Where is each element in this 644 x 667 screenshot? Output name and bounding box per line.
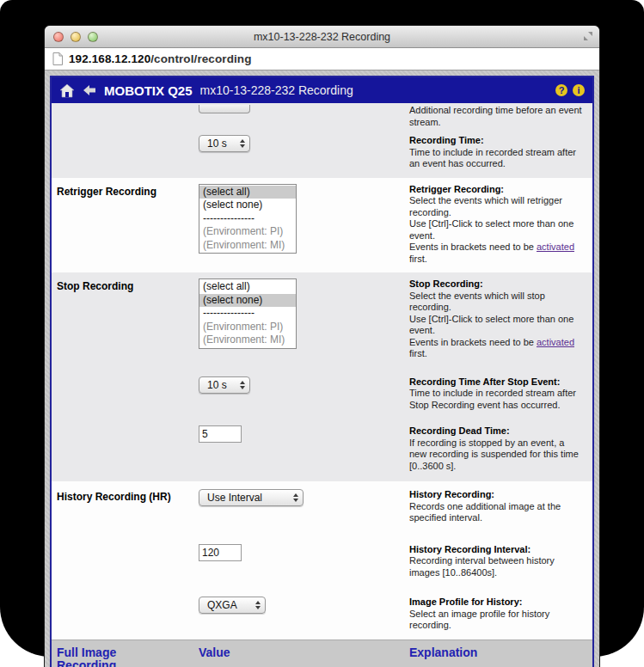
history-recording-explanation: History Recording: Records one additiona… <box>409 489 586 524</box>
traffic-lights <box>53 32 98 42</box>
resize-window-icon[interactable] <box>583 31 593 41</box>
row-stop-recording: Stop Recording (select all) (select none… <box>52 272 592 481</box>
retrigger-events-listbox[interactable]: (select all) (select none) -------------… <box>199 184 297 254</box>
history-mode-select[interactable]: Use Interval <box>199 489 304 506</box>
after-stop-explanation: Recording Time After Stop Event: Time to… <box>409 376 586 412</box>
page-icon <box>52 52 63 65</box>
after-stop-time-select-value: 10 s <box>207 379 227 391</box>
section-title: Full Image Recording <box>57 646 151 667</box>
url-path: /control/recording <box>150 52 251 65</box>
stop-recording-label: Stop Recording <box>57 278 199 292</box>
after-stop-time-select[interactable]: 10 s <box>199 376 250 394</box>
row-retrigger-recording: Retrigger Recording (select all) (select… <box>52 178 592 273</box>
app-header: MOBOTIX Q25 mx10-13-228-232 Recording ? … <box>52 77 592 103</box>
section-value-header: Value <box>199 646 409 667</box>
dead-time-explanation: Recording Dead Time: If recording is sto… <box>409 425 586 472</box>
help-icon[interactable]: ? <box>555 84 567 96</box>
retrigger-recording-explanation: Retrigger Recording: Select the events w… <box>409 184 586 266</box>
recording-time-select-value: 10 s <box>207 138 227 150</box>
listbox-option[interactable]: --------------- <box>199 212 296 226</box>
select-arrows-icon <box>240 381 245 389</box>
retrigger-recording-label: Retrigger Recording <box>57 184 199 198</box>
listbox-option[interactable]: (select all) <box>199 186 296 199</box>
activated-link[interactable]: activated <box>537 242 574 252</box>
history-profile-select-value: QXGA <box>207 599 237 611</box>
window-title: mx10-13-228-232 Recording <box>45 31 599 43</box>
listbox-option[interactable]: (select none) <box>199 199 296 212</box>
dead-time-input[interactable] <box>199 425 242 443</box>
section-explanation-header: Explanation <box>409 646 586 667</box>
select-arrows-icon <box>293 493 298 502</box>
header-buttons: ? i <box>555 84 585 96</box>
recording-time-explanation: Recording Time: Time to include in recor… <box>409 135 586 170</box>
page-background: MOBOTIX Q25 mx10-13-228-232 Recording ? … <box>45 70 599 667</box>
listbox-option[interactable]: --------------- <box>199 307 296 321</box>
address-bar[interactable]: 192.168.12.120/control/recording <box>45 48 599 70</box>
history-recording-label: History Recording (HR) <box>57 489 199 503</box>
clipped-select[interactable] <box>199 105 250 113</box>
close-window-button[interactable] <box>53 32 64 42</box>
brand-label: MOBOTIX Q25 <box>104 83 193 98</box>
listbox-option[interactable]: (Environment: MI) <box>199 334 296 347</box>
select-arrows-icon <box>240 139 245 148</box>
listbox-option[interactable]: (select none) <box>199 294 296 308</box>
row-history-recording: History Recording (HR) Use Interval Hist… <box>52 481 592 639</box>
history-profile-select[interactable]: QXGA <box>199 597 266 614</box>
url-text: 192.168.12.120/control/recording <box>69 52 252 65</box>
info-icon[interactable]: i <box>573 84 585 96</box>
recording-settings-page: MOBOTIX Q25 mx10-13-228-232 Recording ? … <box>50 76 594 667</box>
listbox-option[interactable]: (Environment: MI) <box>199 239 296 253</box>
clipped-explanation: Additional recording time before an even… <box>409 105 586 128</box>
stop-events-listbox[interactable]: (select all) (select none) -------------… <box>199 278 297 349</box>
minimize-window-button[interactable] <box>71 32 81 42</box>
history-mode-select-value: Use Interval <box>207 492 262 504</box>
stop-recording-explanation: Stop Recording: Select the events which … <box>409 278 586 360</box>
url-domain: 192.168.12.120 <box>69 52 150 65</box>
back-arrow-icon[interactable] <box>83 84 96 96</box>
select-arrows-icon <box>255 601 261 609</box>
page-title: mx10-13-228-232 Recording <box>200 83 353 97</box>
history-interval-explanation: History Recording Interval: Recording in… <box>409 544 586 579</box>
section-header-full-image-recording: Full Image Recording Value Explanation <box>52 639 592 667</box>
home-icon[interactable] <box>59 83 75 98</box>
listbox-option[interactable]: (Environment: PI) <box>199 225 296 239</box>
activated-link[interactable]: activated <box>537 337 574 347</box>
window-titlebar[interactable]: mx10-13-228-232 Recording <box>45 26 599 48</box>
history-profile-explanation: Image Profile for History: Select an ima… <box>409 597 586 632</box>
listbox-option[interactable]: (select all) <box>199 280 296 294</box>
history-interval-input[interactable] <box>199 544 242 561</box>
row-recording-time: Additional recording time before an even… <box>52 103 592 178</box>
zoom-window-button[interactable] <box>88 32 98 42</box>
recording-time-select[interactable]: 10 s <box>199 135 250 152</box>
browser-window: mx10-13-228-232 Recording 192.168.12.120… <box>45 26 599 667</box>
listbox-option[interactable]: (Environment: PI) <box>199 321 296 334</box>
